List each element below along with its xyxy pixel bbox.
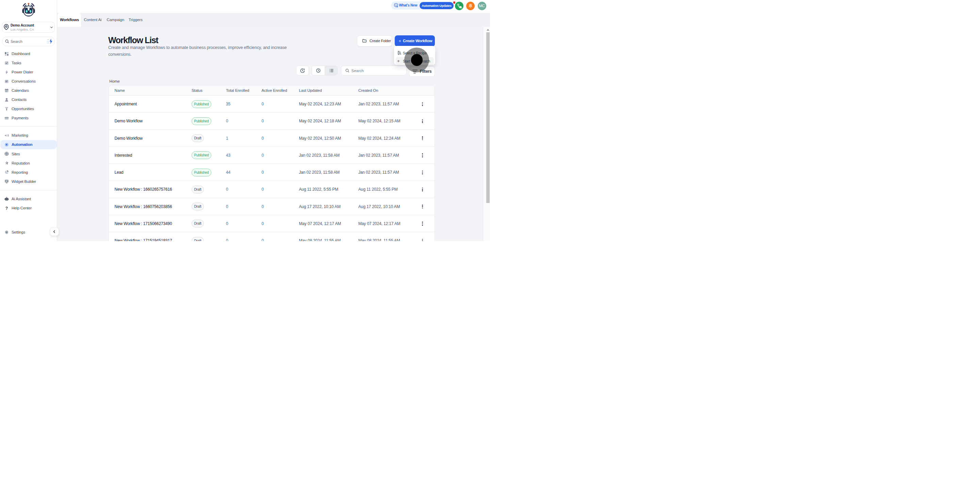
svg-text:?: ? [5, 206, 8, 211]
